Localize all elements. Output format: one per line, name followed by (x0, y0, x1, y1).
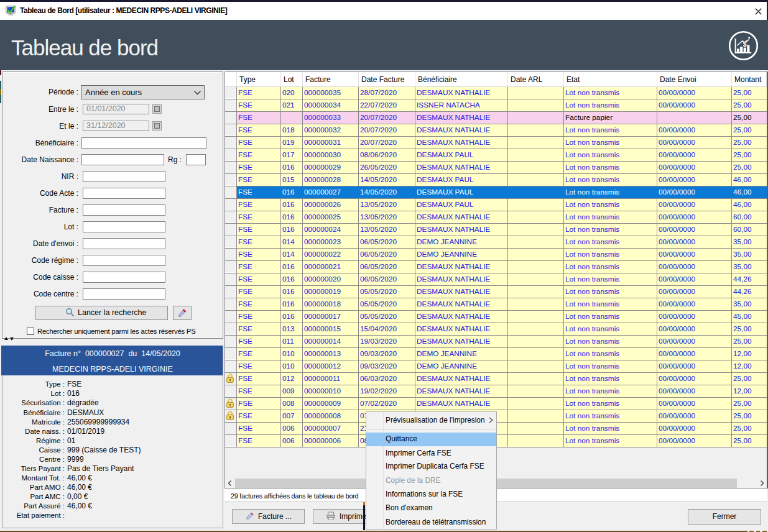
svg-text:$: $ (743, 40, 747, 48)
